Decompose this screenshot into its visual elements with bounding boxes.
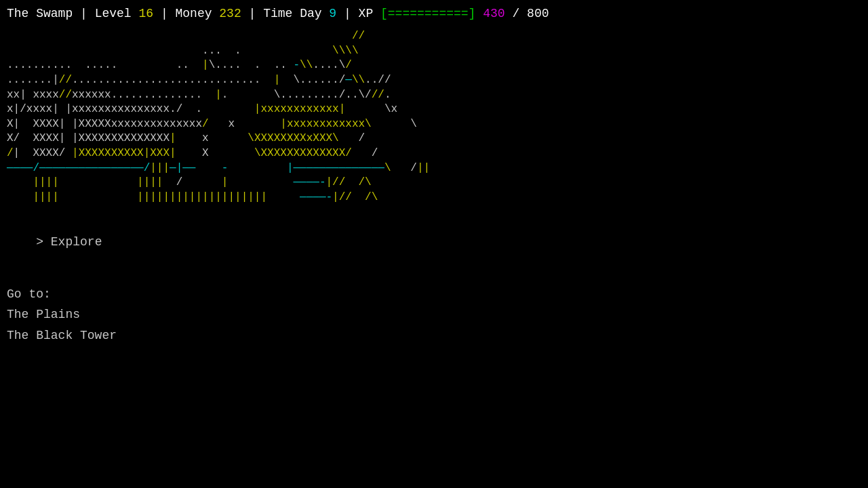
level-label: Level [95, 7, 139, 20]
map-line-7: X| XXXX| |XXXXXxxxxxxxxxxxxxx/ x |xxxxxx… [7, 117, 861, 132]
time-value: 9 [329, 7, 336, 20]
map-line-12: |||| |||||||||||||||||||| ————-|// /\ [7, 190, 861, 205]
map-line-2: ... . \\\\ [7, 44, 861, 59]
map-line-11: |||| |||| / | ————-|// /\ [7, 176, 861, 190]
explore-prompt: > Explore [36, 235, 102, 249]
goto-label: Go to: [7, 284, 868, 305]
map-display: // ... . \\\\ .......... ..... .. |\....… [0, 28, 868, 206]
xp-bar: [===========] [380, 7, 475, 20]
map-line-8: X/ XXXX| |XXXXXXXXXXXXXX| x \XXXXXXXXxXX… [7, 131, 861, 146]
level-value: 16 [138, 7, 153, 20]
map-line-6: x|/xxxx| |xxxxxxxxxxxxxxx./ . |xxxxxxxxx… [7, 102, 861, 117]
xp-current: 430 [483, 7, 505, 20]
map-line-10: ————/————————————————/|||—|—— - |———————… [7, 161, 861, 176]
goto-area: Go to: The Plains The Black Tower [0, 284, 868, 346]
map-line-1: // [7, 29, 861, 44]
location-label: The Swamp [7, 7, 73, 20]
goto-destination-2[interactable]: The Black Tower [7, 325, 868, 346]
action-area: > Explore [0, 206, 868, 274]
money-label: Money [175, 7, 219, 20]
status-bar: The Swamp | Level 16 | Money 232 | Time … [0, 0, 868, 28]
map-line-9: /| XXXX/ |XXXXXXXXXX|XXX| X \XXXXXXXXXXX… [7, 146, 861, 161]
time-label: Time Day [263, 7, 329, 20]
map-line-5: xx| xxxx//xxxxxx.............. |. \.....… [7, 88, 861, 103]
map-line-4: .......|//............................. … [7, 73, 861, 88]
xp-max: 800 [527, 7, 549, 20]
explore-option[interactable]: > Explore [7, 213, 861, 271]
money-value: 232 [219, 7, 241, 20]
map-line-3: .......... ..... .. |\.... . .. -\\....\… [7, 58, 861, 73]
xp-label: XP [359, 7, 380, 20]
goto-destination-1[interactable]: The Plains [7, 304, 868, 325]
